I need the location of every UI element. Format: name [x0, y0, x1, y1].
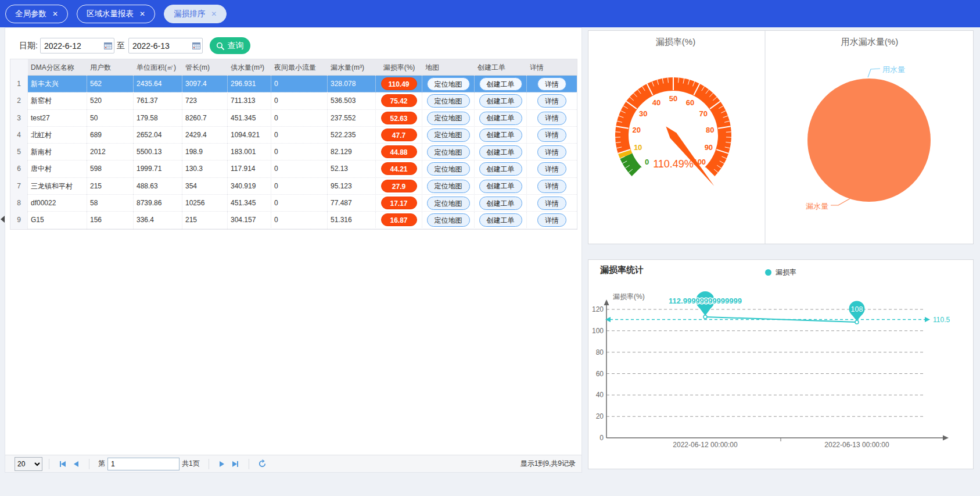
- last-page-button[interactable]: [232, 461, 238, 467]
- date-to-input[interactable]: [128, 38, 203, 53]
- tab-leak-ranking[interactable]: 漏损排序 ✕: [164, 5, 227, 23]
- leak-rate-badge: 44.21: [381, 162, 417, 175]
- supply-volume: 183.001: [228, 144, 271, 160]
- pipe-length: 198.9: [182, 144, 228, 160]
- locate-map-button[interactable]: 定位地图: [427, 129, 470, 142]
- gauge-tick-label: 30: [639, 109, 647, 118]
- create-order-button-cell: 创建工单: [475, 178, 527, 195]
- create-order-button[interactable]: 创建工单: [479, 213, 522, 227]
- locate-map-button[interactable]: 定位地图: [427, 145, 470, 159]
- table-row[interactable]: 3test2750179.588260.7451.3450237.55252.6…: [10, 110, 577, 127]
- tab-global-params[interactable]: 全局参数 ✕: [5, 5, 68, 23]
- detail-button[interactable]: 详情: [537, 180, 566, 193]
- close-icon[interactable]: ✕: [211, 10, 217, 18]
- create-order-button[interactable]: 创建工单: [479, 197, 522, 210]
- record-summary: 显示1到9,共9记录: [520, 459, 576, 469]
- user-count: 156: [87, 212, 134, 229]
- leak-rate-cell: 16.87: [376, 212, 422, 229]
- leak-rate-badge: 44.88: [381, 145, 417, 158]
- locate-map-button[interactable]: 定位地图: [427, 77, 470, 91]
- detail-button[interactable]: 详情: [537, 213, 566, 227]
- next-page-button[interactable]: [220, 461, 224, 467]
- create-order-button[interactable]: 创建工单: [479, 129, 522, 142]
- locate-map-button[interactable]: 定位地图: [427, 197, 470, 210]
- search-button-label: 查询: [227, 41, 243, 51]
- detail-button[interactable]: 详情: [537, 94, 566, 108]
- pipe-length: 8260.7: [182, 110, 228, 127]
- locate-map-button[interactable]: 定位地图: [427, 180, 470, 193]
- dma-table: DMA分区名称 用户数 单位面积(㎡) 管长(m) 供水量(m³) 夜间最小流量…: [10, 59, 577, 230]
- pipe-length: 10256: [182, 195, 228, 212]
- detail-button[interactable]: 详情: [537, 197, 566, 210]
- create-order-button[interactable]: 创建工单: [479, 145, 522, 159]
- table-row[interactable]: 9G15156336.4215304.157051.31616.87定位地图创建…: [10, 212, 577, 229]
- locate-map-button[interactable]: 定位地图: [427, 213, 470, 227]
- header-dma-name: DMA分区名称: [28, 59, 87, 76]
- night-min-flow: 0: [271, 160, 328, 177]
- search-button[interactable]: 查询: [210, 37, 250, 54]
- row-index: 4: [10, 127, 28, 144]
- create-order-button[interactable]: 创建工单: [479, 77, 522, 91]
- unit-area: 488.63: [134, 178, 182, 195]
- page-size-select[interactable]: 20: [15, 457, 42, 471]
- leak-rate-badge: 16.87: [381, 213, 417, 226]
- gauge-pie-panel: 漏损率(%) 用水漏水量(%) 0102030405060708090100 1…: [588, 30, 974, 244]
- close-icon[interactable]: ✕: [52, 10, 58, 18]
- close-icon[interactable]: ✕: [139, 10, 145, 18]
- locate-map-button[interactable]: 定位地图: [427, 162, 470, 176]
- data-pin-2[interactable]: 108: [849, 301, 865, 322]
- header-leak-rate: 漏损率(%): [376, 59, 422, 76]
- detail-button[interactable]: 详情: [537, 129, 566, 142]
- calendar-icon[interactable]: [104, 42, 112, 49]
- night-min-flow: 0: [271, 212, 328, 229]
- table-row[interactable]: 8df00022588739.8610256451.345077.48717.1…: [10, 195, 577, 212]
- first-page-button[interactable]: [60, 461, 66, 467]
- table-row[interactable]: 5新南村20125500.13198.9183.001082.12944.88定…: [10, 144, 577, 160]
- user-count: 689: [87, 127, 134, 144]
- unit-area: 761.37: [134, 92, 182, 109]
- locate-map-button[interactable]: 定位地图: [427, 94, 470, 108]
- night-min-flow: 0: [271, 110, 328, 127]
- gauge-tick-label: 80: [706, 125, 714, 134]
- create-order-button[interactable]: 创建工单: [479, 162, 522, 176]
- detail-button[interactable]: 详情: [537, 112, 566, 125]
- y-tick: 100: [592, 327, 604, 335]
- create-order-button-cell: 创建工单: [475, 212, 527, 229]
- create-order-button-cell: 创建工单: [475, 160, 527, 177]
- table-row[interactable]: 4北虹村6892652.042429.41094.9210522.23547.7…: [10, 127, 577, 144]
- unit-area: 5500.13: [134, 144, 182, 160]
- pie-slice-leak: [807, 78, 931, 202]
- create-order-button-cell: 创建工单: [475, 144, 527, 160]
- dma-name: 北虹村: [28, 127, 87, 144]
- date-from-input[interactable]: [40, 38, 114, 53]
- y-tick: 120: [592, 305, 604, 313]
- pipe-length: 2429.4: [182, 127, 228, 144]
- date-filter-toolbar: 日期: 至: [19, 37, 250, 54]
- table-row[interactable]: 2新窑村520761.37723711.3130536.50375.42定位地图…: [10, 92, 577, 109]
- prev-page-button[interactable]: [74, 461, 78, 467]
- calendar-icon[interactable]: [192, 42, 200, 49]
- page-number-input[interactable]: [107, 458, 180, 470]
- refresh-icon[interactable]: [258, 459, 267, 468]
- table-row[interactable]: 7三龙镇和平村215488.63354340.919095.12327.9定位地…: [10, 178, 577, 195]
- create-order-button[interactable]: 创建工单: [479, 94, 522, 108]
- leak-volume: 52.13: [328, 160, 376, 177]
- tab-region-water-report[interactable]: 区域水量报表 ✕: [77, 5, 155, 23]
- page-prefix-label: 第: [98, 459, 105, 469]
- leak-rate-badge: 17.17: [381, 197, 417, 209]
- header-supply-volume: 供水量(m³): [228, 59, 271, 76]
- create-order-button[interactable]: 创建工单: [479, 112, 522, 125]
- table-row[interactable]: 6唐中村5981999.71130.3117.914052.1344.21定位地…: [10, 160, 577, 177]
- table-row[interactable]: 1新丰太兴5622435.643097.4296.9310328.078110.…: [10, 76, 577, 92]
- detail-button[interactable]: 详情: [537, 77, 566, 91]
- detail-button[interactable]: 详情: [537, 145, 566, 159]
- create-order-button[interactable]: 创建工单: [479, 180, 522, 193]
- row-index: 6: [10, 160, 28, 177]
- locate-map-button[interactable]: 定位地图: [427, 112, 470, 125]
- unit-area: 336.4: [134, 212, 182, 229]
- detail-button[interactable]: 详情: [537, 162, 566, 176]
- supply-volume: 711.313: [228, 92, 271, 109]
- collapse-panel-arrow-icon[interactable]: [1, 216, 5, 223]
- leak-volume: 328.078: [328, 76, 376, 92]
- total-pages-label: 共1页: [182, 459, 200, 469]
